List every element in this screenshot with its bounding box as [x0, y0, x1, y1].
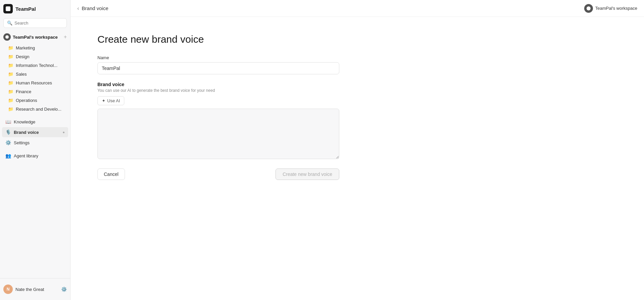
back-button[interactable]: ‹	[77, 5, 79, 11]
folder-research[interactable]: 📁 Research and Develo...	[2, 105, 68, 113]
workspace-badge-icon	[584, 4, 593, 13]
sidebar: TeamPal 🔍 TeamPal's workspace + 📁 Market…	[0, 0, 71, 300]
name-field-group: Name	[97, 55, 339, 82]
knowledge-icon: 📖	[5, 119, 11, 124]
folder-label: Sales	[16, 72, 27, 77]
app-name: TeamPal	[15, 6, 36, 12]
user-row: N Nate the Great ⚙️	[0, 282, 70, 297]
folder-label: Marketing	[16, 45, 35, 50]
cancel-button[interactable]: Cancel	[97, 168, 125, 180]
topbar-right: TeamPal's workspace	[584, 4, 637, 13]
brand-voice-textarea[interactable]	[97, 109, 339, 159]
folder-label: Design	[16, 54, 29, 59]
folder-label: Finance	[16, 89, 31, 94]
ai-sparkle-icon: ✦	[102, 98, 105, 103]
brand-voice-field-group: Brand voice You can use our AI to genera…	[97, 82, 339, 168]
search-input[interactable]	[14, 21, 63, 26]
folder-list: 📁 Marketing 📁 Design 📁 Information Techn…	[0, 43, 70, 114]
form-title: Create new brand voice	[97, 34, 339, 45]
folder-label: Information Technol...	[16, 63, 57, 68]
folder-icon: 📁	[8, 98, 13, 103]
gear-icon: ⚙️	[5, 140, 11, 145]
app-header: TeamPal	[0, 0, 70, 16]
user-name: Nate the Great	[15, 287, 58, 292]
folder-icon: 📁	[8, 80, 13, 85]
search-box[interactable]: 🔍	[3, 18, 67, 28]
folder-icon: 📁	[8, 72, 13, 77]
agents-icon: 👥	[5, 153, 11, 158]
brand-voice-sublabel: You can use our AI to generate the best …	[97, 88, 339, 93]
folder-it[interactable]: 📁 Information Technol...	[2, 61, 68, 70]
main-area: ‹ Brand voice TeamPal's workspace Create…	[71, 0, 644, 300]
avatar: N	[3, 285, 13, 294]
folder-label: Operations	[16, 98, 37, 103]
folder-design[interactable]: 📁 Design	[2, 52, 68, 61]
nav-knowledge[interactable]: 📖 Knowledge	[2, 117, 68, 127]
main-nav: 📖 Knowledge 🎙️ Brand voice ● ⚙️ Settings	[0, 116, 70, 148]
name-label: Name	[97, 55, 339, 60]
content-area: Create new brand voice Name Brand voice …	[71, 17, 644, 300]
folder-icon: 📁	[8, 54, 13, 59]
avatar-initials: N	[7, 287, 10, 292]
form-actions: Cancel Create new brand voice	[97, 168, 339, 180]
mic-icon: 🎙️	[5, 129, 11, 135]
folder-icon: 📁	[8, 89, 13, 94]
topbar: ‹ Brand voice TeamPal's workspace	[71, 0, 644, 17]
workspace-row: TeamPal's workspace +	[0, 31, 70, 43]
folder-label: Human Resources	[16, 80, 52, 85]
nav-settings-label: Settings	[14, 140, 30, 145]
folder-operations[interactable]: 📁 Operations	[2, 96, 68, 105]
nav-agent-library[interactable]: 👥 Agent library	[2, 151, 68, 161]
folder-sales[interactable]: 📁 Sales	[2, 70, 68, 78]
app-logo	[3, 4, 13, 13]
nav-brand-voice-label: Brand voice	[14, 130, 39, 135]
name-input[interactable]	[97, 62, 339, 74]
workspace-icon	[3, 33, 11, 41]
folder-label: Research and Develo...	[16, 107, 61, 112]
create-form: Create new brand voice Name Brand voice …	[97, 34, 339, 180]
nav-brand-voice[interactable]: 🎙️ Brand voice ●	[2, 127, 68, 137]
use-ai-button[interactable]: ✦ Use AI	[97, 96, 124, 105]
folder-icon: 📁	[8, 107, 13, 112]
create-button[interactable]: Create new brand voice	[275, 168, 339, 180]
topbar-left: ‹ Brand voice	[77, 5, 109, 11]
folder-hr[interactable]: 📁 Human Resources	[2, 79, 68, 87]
workspace-name: TeamPal's workspace	[13, 35, 62, 40]
workspace-add-button[interactable]: +	[64, 34, 67, 40]
folder-finance[interactable]: 📁 Finance	[2, 87, 68, 96]
brand-voice-label: Brand voice	[97, 82, 339, 87]
user-settings-icon[interactable]: ⚙️	[61, 287, 67, 292]
folder-icon: 📁	[8, 63, 13, 68]
folder-marketing[interactable]: 📁 Marketing	[2, 44, 68, 52]
active-indicator: ●	[62, 130, 65, 134]
workspace-badge: TeamPal's workspace	[584, 4, 637, 13]
folder-icon: 📁	[8, 45, 13, 50]
nav-knowledge-label: Knowledge	[14, 119, 35, 124]
sidebar-bottom: N Nate the Great ⚙️	[0, 278, 70, 300]
agent-library-label: Agent library	[14, 153, 38, 158]
search-icon: 🔍	[7, 21, 12, 26]
workspace-badge-label: TeamPal's workspace	[595, 6, 637, 11]
nav-settings[interactable]: ⚙️ Settings	[2, 138, 68, 148]
use-ai-label: Use AI	[107, 98, 120, 103]
topbar-page-title: Brand voice	[82, 5, 108, 11]
